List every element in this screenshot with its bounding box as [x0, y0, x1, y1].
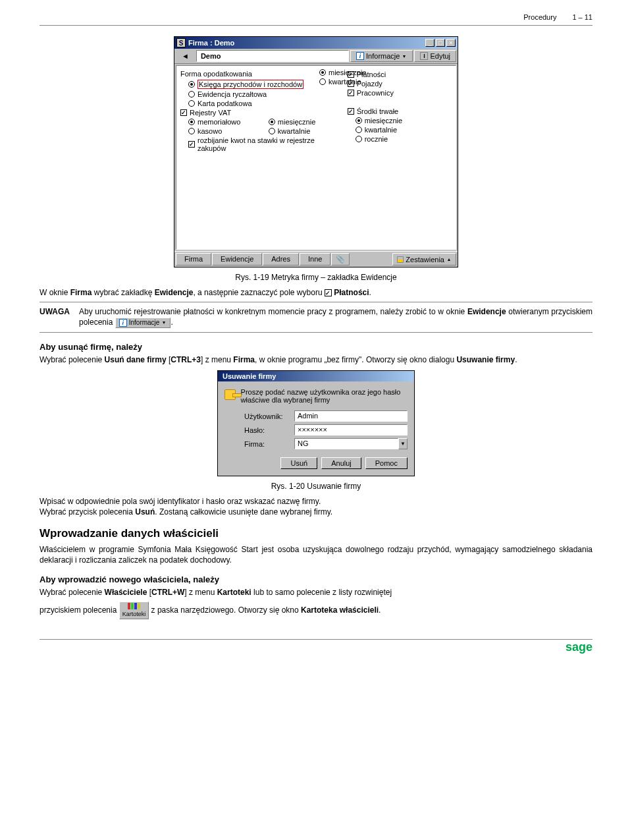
- dialog-titlebar[interactable]: Usuwanie firmy: [218, 371, 414, 381]
- heading-usun: Aby usunąć firmę, należy: [40, 342, 592, 352]
- chart-icon: [397, 256, 404, 263]
- para-1: W oknie Firma wybrać zakładkę Ewidencje,…: [40, 287, 592, 298]
- row-firma: Firma: NG ▼: [244, 438, 408, 449]
- edytuj-button[interactable]: IEdytuj: [414, 50, 456, 62]
- tab-ewidencje[interactable]: Ewidencje: [212, 253, 262, 266]
- check-rozbijanie[interactable]: rozbijanie kwot na stawki w rejestrze za…: [180, 136, 341, 153]
- kartoteki-toolbar-button: Kartoteki: [119, 602, 149, 619]
- content-pane: Forma opodatkowania Księga przychodów i …: [176, 65, 456, 250]
- firma-window: S Firma : Demo _ □ × ◄ Demo iInformacje▾…: [174, 36, 458, 267]
- tab-attachment[interactable]: 📎: [331, 253, 350, 266]
- edit-icon: I: [420, 52, 428, 60]
- para-3: Wpisać w odpowiednie pola swój identyfik…: [40, 496, 592, 507]
- radio-st-kwartalnie[interactable]: kwartalnie: [348, 125, 452, 134]
- usun-button[interactable]: Usuń: [280, 457, 317, 469]
- usuwanie-dialog: Usuwanie firmy Proszę podać nazwę użytko…: [217, 370, 415, 476]
- header-section: Procedury: [523, 13, 556, 21]
- radio-vat-miesiecznie[interactable]: miesięcznie: [261, 117, 341, 126]
- label-firma: Firma:: [244, 440, 290, 448]
- uwaga-block: UWAGA Aby uruchomić rejestrowanie płatno…: [40, 306, 592, 328]
- radio-memorialowo[interactable]: memoriałowo: [180, 117, 261, 126]
- header-page: 1 – 11: [572, 13, 592, 21]
- para-2: Wybrać polecenie Usuń dane firmy [CTRL+3…: [40, 354, 592, 365]
- info-icon: i: [119, 319, 127, 327]
- uwaga-label: UWAGA: [40, 306, 70, 328]
- minimize-button[interactable]: _: [425, 39, 434, 47]
- rule-2: [40, 332, 592, 333]
- paperclip-icon: 📎: [336, 255, 345, 264]
- anuluj-button[interactable]: Anuluj: [321, 457, 361, 469]
- top-toolbar: ◄ Demo iInformacje▾ IEdytuj: [174, 49, 458, 64]
- close-button[interactable]: ×: [446, 39, 456, 47]
- footer-rule: [40, 639, 592, 640]
- para-5: Właścicielem w programie Symfonia Mała K…: [40, 544, 592, 565]
- row-haslo: Hasło: ×××××××: [244, 424, 408, 435]
- tab-firma[interactable]: Firma: [176, 253, 211, 266]
- tab-inne[interactable]: Inne: [300, 253, 330, 266]
- check-srodki-trwale[interactable]: Środki trwałe: [348, 107, 452, 116]
- firma-name-field[interactable]: Demo: [196, 50, 349, 62]
- input-haslo[interactable]: ×××××××: [294, 424, 408, 435]
- inline-checkbox-icon: [325, 289, 332, 296]
- key-icon: [224, 389, 236, 400]
- para-7: przyciskiem polecenia Kartoteki z paska …: [40, 602, 592, 619]
- check-rejestry-vat[interactable]: Rejestry VAT: [180, 108, 341, 117]
- radio-kasowo[interactable]: kasowo: [180, 126, 261, 136]
- para-6: Wybrać polecenie Właściciele [CTRL+W] z …: [40, 587, 592, 598]
- zestawienia-button[interactable]: Zestawienia▴: [392, 253, 456, 266]
- radio-ksiega[interactable]: Księga przychodów i rozchodów: [180, 79, 341, 90]
- dialog-title: Usuwanie firmy: [220, 372, 412, 380]
- row-uzytkownik: Użytkownik: Admin: [244, 410, 408, 422]
- radio-st-miesiecznie[interactable]: miesięcznie: [348, 116, 452, 125]
- window-title: Firma : Demo: [188, 39, 424, 47]
- app-icon: S: [176, 38, 186, 47]
- titlebar[interactable]: S Firma : Demo _ □ ×: [174, 37, 458, 49]
- radio-karta[interactable]: Karta podatkowa: [180, 99, 341, 108]
- forma-label: Forma opodatkowania: [180, 70, 341, 78]
- radio-st-rocznie[interactable]: rocznie: [348, 134, 452, 144]
- radio-forma-miesiecznie[interactable]: miesięcznie: [319, 68, 366, 77]
- caret-up-icon: ▴: [446, 257, 452, 262]
- header-rule: [40, 25, 592, 26]
- figure-caption-1: Rys. 1-19 Metryka firmy – zakładka Ewide…: [40, 273, 592, 282]
- input-uzytkownik[interactable]: Admin: [294, 410, 408, 422]
- figure-caption-2: Rys. 1-20 Usuwanie firmy: [40, 482, 592, 491]
- maximize-button[interactable]: □: [436, 39, 445, 47]
- heading-wprowadzanie: Wprowadzanie danych właścicieli: [40, 527, 592, 540]
- bottom-tabs: Firma Ewidencje Adres Inne 📎 Zestawienia…: [174, 251, 458, 267]
- books-icon: [128, 603, 140, 609]
- radio-vat-kwartalnie[interactable]: kwartalnie: [261, 126, 341, 136]
- rule-1: [40, 302, 592, 302]
- select-firma[interactable]: NG: [294, 438, 398, 449]
- radio-forma-kwartalnie[interactable]: kwartalnie: [319, 77, 366, 86]
- label-uzytkownik: Użytkownik:: [244, 412, 290, 420]
- inline-informacje-button: iInformacje▾: [115, 318, 171, 328]
- radio-ewidencja[interactable]: Ewidencja ryczałtowa: [180, 90, 341, 99]
- dialog-message: Proszę podać nazwę użytkownika oraz jego…: [224, 388, 408, 404]
- label-haslo: Hasło:: [244, 426, 290, 434]
- info-icon: i: [356, 52, 364, 60]
- pomoc-button[interactable]: Pomoc: [365, 457, 408, 469]
- dropdown-arrow-icon[interactable]: ▼: [398, 438, 408, 449]
- para-4: Wybrać przycisk polecenia Usuń. Zostaną …: [40, 507, 592, 517]
- tab-adres[interactable]: Adres: [263, 253, 299, 266]
- prev-button[interactable]: ◄: [176, 50, 195, 62]
- sage-logo: sage: [566, 640, 592, 654]
- informacje-button[interactable]: iInformacje▾: [350, 50, 413, 62]
- check-pracownicy[interactable]: Pracownicy: [348, 88, 452, 98]
- heading-nowy-wlasciciel: Aby wprowadzić nowego właściciela, należ…: [40, 574, 592, 584]
